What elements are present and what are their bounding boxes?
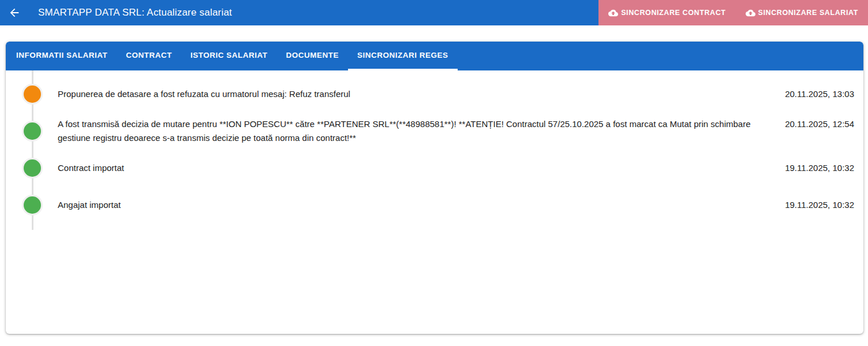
tab-documente[interactable]: DOCUMENTE	[277, 42, 349, 70]
tab-bar: INFORMATII SALARIAT CONTRACT ISTORIC SAL…	[6, 42, 863, 70]
back-button[interactable]	[2, 0, 27, 25]
timeline-item: Propunerea de detasare a fost refuzata c…	[6, 76, 863, 113]
timeline-timestamp: 19.11.2025, 10:32	[785, 161, 854, 175]
content-card: INFORMATII SALARIAT CONTRACT ISTORIC SAL…	[6, 42, 863, 334]
cloud-upload-icon	[608, 8, 621, 18]
header-actions: SINCRONIZARE CONTRACT SINCRONIZARE SALAR…	[598, 0, 868, 25]
timeline-timestamp: 20.11.2025, 13:03	[785, 87, 854, 101]
tab-label: DOCUMENTE	[286, 51, 339, 59]
tab-label: ISTORIC SALARIAT	[190, 51, 268, 59]
sincronizare-contract-button[interactable]: SINCRONIZARE CONTRACT	[598, 0, 735, 25]
timeline-timestamp: 20.11.2025, 12:54	[785, 117, 854, 131]
status-dot	[22, 121, 43, 142]
tab-label: INFORMATII SALARIAT	[16, 51, 107, 59]
sincronizare-salariat-button[interactable]: SINCRONIZARE SALARIAT	[736, 0, 868, 25]
timeline-message: Contract importat	[58, 161, 773, 175]
status-dot	[22, 195, 43, 215]
timeline: Propunerea de detasare a fost refuzata c…	[6, 70, 863, 224]
status-dot	[22, 84, 43, 105]
tab-istoric-salariat[interactable]: ISTORIC SALARIAT	[181, 42, 277, 70]
tab-label: SINCRONIZARI REGES	[357, 51, 448, 59]
timeline-timestamp: 19.11.2025, 10:32	[785, 198, 854, 212]
status-dot	[22, 158, 43, 178]
tab-contract[interactable]: CONTRACT	[117, 42, 181, 70]
cloud-upload-icon	[746, 8, 758, 18]
app-header: SMARTAPP DATA SRL: Actualizare salariat …	[0, 0, 868, 25]
sync-button-label: SINCRONIZARE SALARIAT	[758, 9, 858, 17]
arrow-left-icon	[8, 6, 21, 19]
tab-label: CONTRACT	[126, 51, 172, 59]
tab-informatii-salariat[interactable]: INFORMATII SALARIAT	[7, 42, 117, 70]
timeline-item: Angajat importat 19.11.2025, 10:32	[6, 187, 863, 224]
timeline-message: A fost transmisă decizia de mutare pentr…	[58, 117, 773, 145]
sync-button-label: SINCRONIZARE CONTRACT	[621, 9, 725, 17]
timeline-item: A fost transmisă decizia de mutare pentr…	[6, 113, 863, 150]
sync-log-panel: Propunerea de detasare a fost refuzata c…	[6, 70, 863, 334]
timeline-message: Propunerea de detasare a fost refuzata c…	[58, 87, 773, 101]
page-title: SMARTAPP DATA SRL: Actualizare salariat	[38, 7, 232, 18]
timeline-message: Angajat importat	[58, 198, 773, 212]
timeline-item: Contract importat 19.11.2025, 10:32	[6, 150, 863, 187]
tab-sincronizari-reges[interactable]: SINCRONIZARI REGES	[348, 42, 458, 70]
